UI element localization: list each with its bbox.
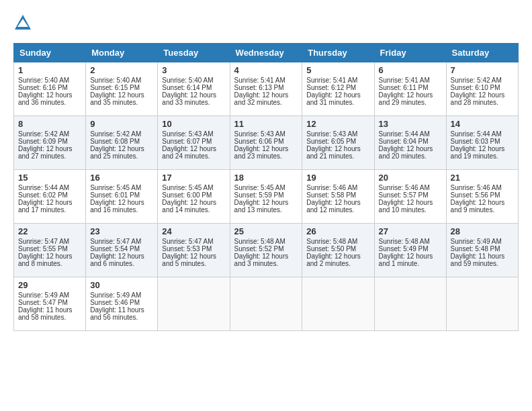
logo-icon — [13, 13, 32, 32]
sunrise: Sunrise: 5:41 AM — [234, 77, 298, 84]
sunrise: Sunrise: 5:47 AM — [18, 238, 81, 245]
day-number: 14 — [451, 119, 514, 129]
daylight: Daylight: 12 hours and 21 minutes. — [306, 145, 369, 160]
logo — [13, 13, 35, 32]
daylight: Daylight: 12 hours and 9 minutes. — [451, 199, 514, 214]
sunrise: Sunrise: 5:40 AM — [162, 77, 225, 84]
sunrise: Sunrise: 5:45 AM — [90, 184, 153, 191]
day-number: 16 — [90, 173, 153, 183]
calendar-cell — [446, 277, 518, 331]
sunset: Sunset: 5:56 PM — [451, 191, 514, 199]
day-number: 3 — [162, 65, 225, 75]
week-row-4: 22Sunrise: 5:47 AMSunset: 5:55 PMDayligh… — [14, 224, 519, 277]
week-row-3: 15Sunrise: 5:44 AMSunset: 6:02 PMDayligh… — [14, 170, 519, 224]
day-number: 27 — [379, 226, 442, 236]
day-number: 20 — [379, 173, 442, 183]
sunrise: Sunrise: 5:47 AM — [162, 238, 225, 245]
calendar-cell: 21Sunrise: 5:46 AMSunset: 5:56 PMDayligh… — [446, 170, 518, 224]
sunset: Sunset: 5:58 PM — [306, 191, 369, 199]
daylight: Daylight: 12 hours and 32 minutes. — [234, 91, 298, 106]
day-number: 2 — [90, 65, 153, 75]
sunrise: Sunrise: 5:46 AM — [306, 184, 369, 191]
day-number: 24 — [162, 226, 225, 236]
calendar-cell — [302, 277, 374, 331]
calendar-cell: 9Sunrise: 5:42 AMSunset: 6:08 PMDaylight… — [86, 116, 158, 170]
header-cell-saturday: Saturday — [446, 44, 518, 62]
calendar-cell: 6Sunrise: 5:41 AMSunset: 6:11 PMDaylight… — [374, 62, 446, 116]
calendar-cell: 10Sunrise: 5:43 AMSunset: 6:07 PMDayligh… — [158, 116, 230, 170]
daylight: Daylight: 12 hours and 25 minutes. — [90, 145, 153, 160]
calendar-cell: 20Sunrise: 5:46 AMSunset: 5:57 PMDayligh… — [374, 170, 446, 224]
day-number: 6 — [379, 65, 442, 75]
sunrise: Sunrise: 5:44 AM — [18, 184, 81, 191]
sunset: Sunset: 5:57 PM — [379, 191, 442, 199]
sunset: Sunset: 6:16 PM — [18, 84, 81, 91]
sunset: Sunset: 6:05 PM — [306, 138, 369, 145]
calendar-cell: 16Sunrise: 5:45 AMSunset: 6:01 PMDayligh… — [86, 170, 158, 224]
week-row-2: 8Sunrise: 5:42 AMSunset: 6:09 PMDaylight… — [14, 116, 519, 170]
day-number: 21 — [451, 173, 514, 183]
sunrise: Sunrise: 5:49 AM — [90, 291, 153, 299]
daylight: Daylight: 12 hours and 8 minutes. — [18, 253, 81, 267]
daylight: Daylight: 12 hours and 33 minutes. — [162, 91, 225, 106]
sunset: Sunset: 6:09 PM — [18, 138, 81, 145]
calendar-cell — [230, 277, 302, 331]
header-cell-monday: Monday — [86, 44, 158, 62]
calendar-cell: 13Sunrise: 5:44 AMSunset: 6:04 PMDayligh… — [374, 116, 446, 170]
daylight: Daylight: 12 hours and 13 minutes. — [234, 199, 298, 214]
day-number: 9 — [90, 119, 153, 129]
header-cell-tuesday: Tuesday — [158, 44, 230, 62]
header-cell-thursday: Thursday — [302, 44, 374, 62]
daylight: Daylight: 12 hours and 35 minutes. — [90, 91, 153, 106]
day-number: 29 — [18, 280, 81, 290]
calendar-cell: 4Sunrise: 5:41 AMSunset: 6:13 PMDaylight… — [230, 62, 302, 116]
day-number: 17 — [162, 173, 225, 183]
sunrise: Sunrise: 5:42 AM — [90, 130, 153, 138]
header-row: SundayMondayTuesdayWednesdayThursdayFrid… — [14, 44, 519, 62]
sunset: Sunset: 6:06 PM — [234, 138, 298, 145]
daylight: Daylight: 12 hours and 23 minutes. — [234, 145, 298, 160]
day-number: 25 — [234, 226, 298, 236]
sunrise: Sunrise: 5:42 AM — [18, 130, 81, 138]
calendar-cell: 22Sunrise: 5:47 AMSunset: 5:55 PMDayligh… — [14, 224, 86, 277]
calendar-cell: 28Sunrise: 5:49 AMSunset: 5:48 PMDayligh… — [446, 224, 518, 277]
calendar-cell: 17Sunrise: 5:45 AMSunset: 6:00 PMDayligh… — [158, 170, 230, 224]
calendar-cell: 29Sunrise: 5:49 AMSunset: 5:47 PMDayligh… — [14, 277, 86, 331]
day-number: 28 — [451, 226, 514, 236]
day-number: 1 — [18, 65, 81, 75]
sunset: Sunset: 6:12 PM — [306, 84, 369, 91]
sunrise: Sunrise: 5:40 AM — [18, 77, 81, 84]
day-number: 8 — [18, 119, 81, 129]
sunset: Sunset: 5:53 PM — [162, 245, 225, 253]
daylight: Daylight: 11 hours and 58 minutes. — [18, 306, 81, 321]
sunrise: Sunrise: 5:47 AM — [90, 238, 153, 245]
sunrise: Sunrise: 5:48 AM — [379, 238, 442, 245]
sunrise: Sunrise: 5:45 AM — [162, 184, 225, 191]
sunrise: Sunrise: 5:46 AM — [451, 184, 514, 191]
sunrise: Sunrise: 5:43 AM — [234, 130, 298, 138]
daylight: Daylight: 12 hours and 12 minutes. — [306, 199, 369, 214]
calendar-cell: 26Sunrise: 5:48 AMSunset: 5:50 PMDayligh… — [302, 224, 374, 277]
calendar-cell: 8Sunrise: 5:42 AMSunset: 6:09 PMDaylight… — [14, 116, 86, 170]
sunset: Sunset: 6:04 PM — [379, 138, 442, 145]
daylight: Daylight: 12 hours and 16 minutes. — [90, 199, 153, 214]
calendar-cell: 2Sunrise: 5:40 AMSunset: 6:15 PMDaylight… — [86, 62, 158, 116]
daylight: Daylight: 12 hours and 36 minutes. — [18, 91, 81, 106]
sunrise: Sunrise: 5:40 AM — [90, 77, 153, 84]
sunrise: Sunrise: 5:49 AM — [451, 238, 514, 245]
day-number: 10 — [162, 119, 225, 129]
daylight: Daylight: 12 hours and 17 minutes. — [18, 199, 81, 214]
week-row-1: 1Sunrise: 5:40 AMSunset: 6:16 PMDaylight… — [14, 62, 519, 116]
daylight: Daylight: 12 hours and 29 minutes. — [379, 91, 442, 106]
daylight: Daylight: 12 hours and 2 minutes. — [306, 253, 369, 267]
sunrise: Sunrise: 5:48 AM — [306, 238, 369, 245]
day-number: 26 — [306, 226, 369, 236]
sunrise: Sunrise: 5:49 AM — [18, 291, 81, 299]
day-number: 11 — [234, 119, 298, 129]
day-number: 15 — [18, 173, 81, 183]
sunset: Sunset: 6:00 PM — [162, 191, 225, 199]
day-number: 12 — [306, 119, 369, 129]
header-cell-sunday: Sunday — [14, 44, 86, 62]
sunset: Sunset: 6:11 PM — [379, 84, 442, 91]
day-number: 22 — [18, 226, 81, 236]
